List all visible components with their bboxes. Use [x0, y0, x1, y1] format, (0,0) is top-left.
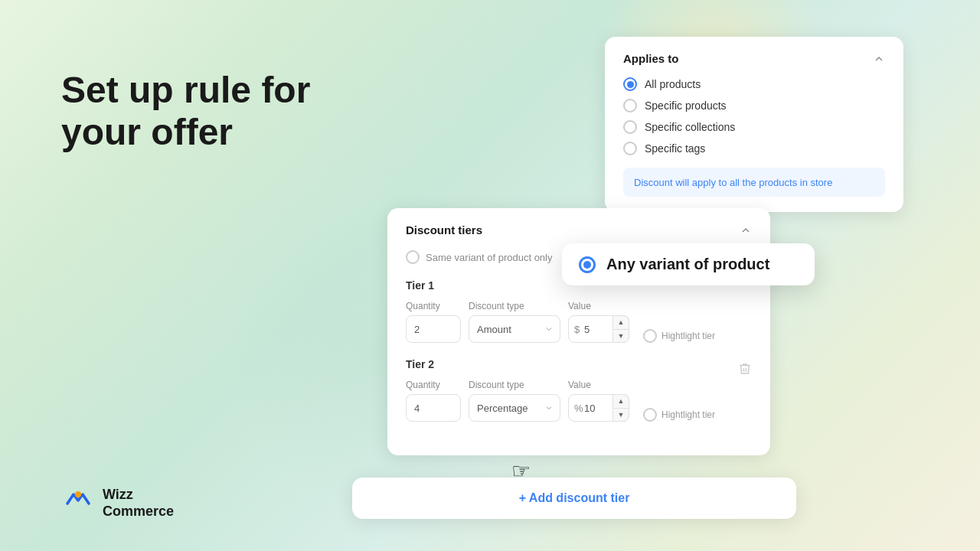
tier-2-title: Tier 2: [406, 358, 434, 370]
logo: Wizz Commerce: [61, 487, 174, 520]
tier-2-discount-type-select[interactable]: Amount Percentage Fixed price: [469, 394, 560, 422]
tier-1-quantity-group: Quantity: [406, 301, 461, 343]
tier-2-value-stepper-down[interactable]: ▼: [612, 408, 629, 422]
left-section: Set up rule for your offer: [61, 69, 310, 153]
tier-1-value-stepper-down[interactable]: ▼: [612, 329, 629, 344]
radio-circle-tags: [623, 142, 637, 155]
tier-1-fields: Quantity Discount type Amount Percentage…: [406, 301, 752, 343]
tier-2-quantity-input[interactable]: [406, 394, 461, 422]
tier-2-highlight-label: Hightlight tier: [662, 409, 715, 420]
tier-1-discount-type-select[interactable]: Amount Percentage Fixed price: [469, 315, 560, 343]
tier-1-highlight-label: Hightlight tier: [662, 331, 715, 341]
tier-1-value-stepper-up[interactable]: ▲: [612, 315, 629, 329]
page-headline: Set up rule for your offer: [61, 69, 310, 153]
tier-2-quantity-label: Quantity: [406, 380, 461, 390]
radio-specific-products[interactable]: Specific products: [623, 99, 885, 112]
radio-label-specific-products: Specific products: [645, 99, 727, 112]
applies-to-options: All products Specific products Specific …: [623, 77, 885, 155]
logo-text: Wizz Commerce: [103, 487, 174, 520]
tier-1-value-stepper[interactable]: ▲ ▼: [612, 315, 629, 343]
add-tier-button[interactable]: + Add discount tier: [519, 491, 630, 505]
radio-circle-all: [623, 77, 637, 91]
variant-popup: Any variant of product: [562, 243, 815, 285]
tier-2-highlight[interactable]: Hightlight tier: [643, 408, 715, 422]
chevron-up-discount-icon[interactable]: [740, 224, 752, 236]
variant-popup-text: Any variant of product: [606, 256, 769, 273]
tier-2-value-stepper-up[interactable]: ▲: [612, 394, 629, 408]
applies-to-card: Applies to All products Specific product…: [605, 37, 903, 212]
tier-1-quantity-label: Quantity: [406, 301, 461, 311]
tier-1-value-wrap: $ ▲ ▼: [568, 315, 629, 343]
radio-circle-specific-products: [623, 99, 637, 112]
applies-to-info: Discount will apply to all the products …: [623, 168, 885, 197]
tier-1-highlight[interactable]: Hightlight tier: [643, 329, 715, 343]
tier-2-value-wrap: % ▲ ▼: [568, 394, 629, 422]
tier-1-quantity-input[interactable]: [406, 315, 461, 343]
logo-icon: [61, 487, 95, 520]
tier-2-discount-type-label: Discount type: [469, 380, 560, 390]
variant-same-option[interactable]: Same variant of product only: [406, 250, 552, 264]
radio-label-collections: Specific collections: [645, 121, 735, 133]
chevron-up-icon[interactable]: [873, 53, 885, 65]
tier-2-value-label: Value: [568, 380, 629, 390]
tier-1-section: Tier 1 Quantity Discount type Amount Per…: [406, 279, 752, 343]
tier-1-value-label: Value: [568, 301, 629, 311]
tier-2-quantity-group: Quantity: [406, 380, 461, 422]
radio-label-all: All products: [645, 78, 701, 90]
tier-2-fields: Quantity Discount type Amount Percentage…: [406, 380, 752, 422]
tier-2-discount-type-group: Discount type Amount Percentage Fixed pr…: [469, 380, 560, 422]
tier-1-value-group: Value $ ▲ ▼: [568, 301, 629, 343]
tier-1-discount-type-label: Discount type: [469, 301, 560, 311]
radio-specific-collections[interactable]: Specific collections: [623, 120, 885, 134]
radio-circle-collections: [623, 120, 637, 134]
radio-all-products[interactable]: All products: [623, 77, 885, 91]
tier-2-value-group: Value % ▲ ▼: [568, 380, 629, 422]
add-tier-card: + Add discount tier: [352, 478, 796, 519]
variant-same-label: Same variant of product only: [426, 252, 552, 263]
add-tier-section: + Add discount tier: [352, 478, 796, 519]
tier-2-value-stepper[interactable]: ▲ ▼: [612, 394, 629, 422]
applies-to-header: Applies to: [623, 52, 885, 65]
tier-2-header-row: Tier 2: [406, 358, 752, 380]
tier-2-highlight-radio: [643, 408, 657, 422]
discount-header: Discount tiers: [406, 223, 752, 236]
variant-same-radio: [406, 250, 420, 264]
discount-title: Discount tiers: [406, 223, 482, 236]
variant-popup-radio: [579, 256, 596, 273]
tier-1-highlight-radio: [643, 329, 657, 343]
info-text: Discount will apply to all the products …: [634, 177, 832, 188]
radio-specific-tags[interactable]: Specific tags: [623, 142, 885, 155]
tier-2-delete-icon[interactable]: [738, 362, 752, 376]
radio-label-tags: Specific tags: [645, 142, 705, 155]
tier-2-value-prefix: %: [574, 403, 583, 414]
tier-1-discount-type-group: Discount type Amount Percentage Fixed pr…: [469, 301, 560, 343]
applies-to-title: Applies to: [623, 52, 679, 65]
tier-2-section: Tier 2 Quantity Discount type Amount Per…: [406, 358, 752, 422]
tier-1-value-prefix: $: [574, 324, 580, 335]
svg-point-0: [75, 491, 81, 497]
